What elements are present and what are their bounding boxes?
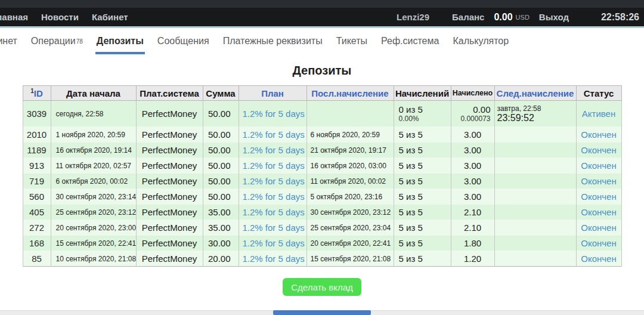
- plan-link[interactable]: 1.2% for 5 days: [243, 109, 305, 119]
- cell-last-accrual: 15 сентября 2020, 21:08: [306, 251, 394, 267]
- cell-plan: 1.2% for 5 days: [239, 220, 306, 236]
- col-header-next-accrual[interactable]: След.начисление: [494, 86, 576, 101]
- accrued-main: 3.00: [454, 129, 492, 140]
- cell-status: Окончен: [576, 127, 621, 143]
- col-header-last-accrual[interactable]: Посл.начисление: [306, 86, 394, 101]
- cell-next-accrual: [494, 143, 576, 158]
- accruals-percent: 0.00%: [399, 115, 448, 123]
- cell-next-accrual: [494, 236, 576, 251]
- next-accrual-date: завтра, 22:58: [497, 104, 574, 113]
- horizontal-scrollbar-track[interactable]: [0, 310, 644, 315]
- plan-link[interactable]: 1.2% for 5 days: [243, 254, 305, 264]
- cell-pay-system: PerfectMoney: [136, 101, 203, 127]
- cell-accruals-count: 5 из 5: [394, 220, 451, 236]
- tab-label: Калькулятор: [453, 36, 509, 47]
- cell-last-accrual: 20 сентября 2020, 22:41: [306, 236, 394, 251]
- accruals-main: 5 из 5: [399, 238, 448, 248]
- cell-accruals-count: 5 из 5: [394, 143, 451, 158]
- username[interactable]: Lenzi29: [397, 12, 429, 22]
- tab-label: Сообщения: [157, 36, 209, 47]
- status-text: Окончен: [581, 238, 616, 248]
- cell-accrued: 0.000.000073: [451, 101, 494, 127]
- accrued-main: 3.00: [454, 192, 492, 202]
- cell-accruals-count: 5 из 5: [394, 174, 451, 189]
- cell-pay-system: PerfectMoney: [136, 205, 203, 220]
- cell-accruals-count: 5 из 5: [394, 189, 451, 205]
- accruals-main: 5 из 5: [399, 254, 448, 264]
- cell-start-date: 16 октября 2020, 19:14: [51, 143, 136, 158]
- cell-accruals-count: 0 из 50.00%: [394, 101, 451, 127]
- horizontal-scrollbar-thumb[interactable]: [273, 310, 371, 315]
- cell-accrued: 3.00: [451, 174, 494, 189]
- cell-amount: 50.00: [203, 143, 239, 158]
- cell-id: 913: [23, 158, 51, 174]
- tab-label: Кабинет: [0, 36, 17, 47]
- top-menu-news[interactable]: Новости: [41, 12, 79, 22]
- plan-link[interactable]: 1.2% for 5 days: [243, 238, 305, 248]
- plan-link[interactable]: 1.2% for 5 days: [243, 223, 305, 233]
- col-header-accrued: Начислено: [451, 86, 494, 101]
- col-header-label: Дата начала: [66, 88, 120, 98]
- cell-last-accrual: 21 октября 2020, 19:17: [306, 143, 394, 158]
- header-row: 1IDДата началаПлат.системаСуммаПланПосл.…: [23, 86, 621, 101]
- cell-pay-system: PerfectMoney: [136, 127, 203, 143]
- plan-link[interactable]: 1.2% for 5 days: [243, 192, 305, 202]
- accruals-main: 5 из 5: [399, 207, 448, 217]
- cell-id: 3039: [23, 101, 51, 127]
- tab-deposits[interactable]: Депозиты: [95, 28, 145, 54]
- accruals-main: 5 из 5: [399, 192, 448, 202]
- tab-operations[interactable]: Операции78: [30, 28, 84, 54]
- cell-accrued: 3.00: [451, 158, 494, 174]
- top-menu-cabinet[interactable]: Кабинет: [92, 12, 128, 22]
- tab-calculator[interactable]: Калькулятор: [451, 28, 510, 54]
- make-deposit-button[interactable]: Сделать вклад: [283, 278, 361, 296]
- cell-next-accrual: [494, 127, 576, 143]
- plan-link[interactable]: 1.2% for 5 days: [243, 207, 305, 217]
- tab-payment-details[interactable]: Платежные реквизиты: [222, 28, 324, 54]
- tab-tickets[interactable]: Тикеты: [335, 28, 369, 54]
- logout-link[interactable]: Выход: [539, 12, 569, 22]
- deposit-button-area: Сделать вклад: [0, 278, 644, 296]
- status-text: Окончен: [581, 254, 616, 264]
- deposit-row: 91311 октября 2020, 02:57PerfectMoney50.…: [23, 158, 621, 174]
- accrued-pending: 0.000073: [454, 115, 491, 123]
- plan-link[interactable]: 1.2% for 5 days: [243, 160, 305, 171]
- deposit-row: 8510 сентября 2020, 21:08PerfectMoney20.…: [23, 251, 621, 267]
- cell-start-date: 25 сентября 2020, 23:12: [51, 205, 136, 220]
- col-header-label: План: [261, 88, 284, 98]
- accruals-main: 5 из 5: [399, 223, 448, 233]
- status-text: Окончен: [581, 223, 616, 233]
- accruals-main: 5 из 5: [399, 176, 448, 186]
- cell-id: 405: [23, 205, 51, 220]
- cell-start-date: 30 сентября 2020, 23:14: [51, 189, 136, 205]
- col-header-id[interactable]: 1ID: [23, 86, 51, 101]
- cell-id: 2010: [23, 127, 51, 143]
- cell-plan: 1.2% for 5 days: [239, 189, 306, 205]
- cell-pay-system: PerfectMoney: [136, 220, 203, 236]
- cell-id: 560: [23, 189, 51, 205]
- tab-cabinet[interactable]: Кабинет: [0, 28, 18, 54]
- cell-accrued: 2.10: [451, 205, 494, 220]
- accruals-main: 5 из 5: [399, 160, 448, 171]
- cell-id: 85: [23, 251, 51, 267]
- col-header-start-date: Дата начала: [51, 86, 136, 101]
- cell-pay-system: PerfectMoney: [136, 143, 203, 158]
- cell-amount: 50.00: [203, 189, 239, 205]
- cell-amount: 35.00: [203, 205, 239, 220]
- cell-accrued: 1.20: [451, 251, 494, 267]
- cell-plan: 1.2% for 5 days: [239, 205, 306, 220]
- col-header-status: Статус: [576, 86, 621, 101]
- cell-next-accrual: [494, 158, 576, 174]
- plan-link[interactable]: 1.2% for 5 days: [243, 129, 305, 140]
- col-header-plan[interactable]: План: [239, 86, 306, 101]
- cell-accrued: 3.00: [451, 189, 494, 205]
- plan-link[interactable]: 1.2% for 5 days: [243, 145, 305, 155]
- top-menu-home[interactable]: Главная: [0, 12, 28, 22]
- cell-plan: 1.2% for 5 days: [239, 174, 306, 189]
- accruals-main: 5 из 5: [399, 145, 448, 155]
- plan-link[interactable]: 1.2% for 5 days: [243, 176, 305, 186]
- tab-messages[interactable]: Сообщения: [156, 28, 210, 54]
- tab-ref-system[interactable]: Реф.система: [380, 28, 440, 54]
- cell-amount: 20.00: [203, 251, 239, 267]
- cell-amount: 50.00: [203, 101, 239, 127]
